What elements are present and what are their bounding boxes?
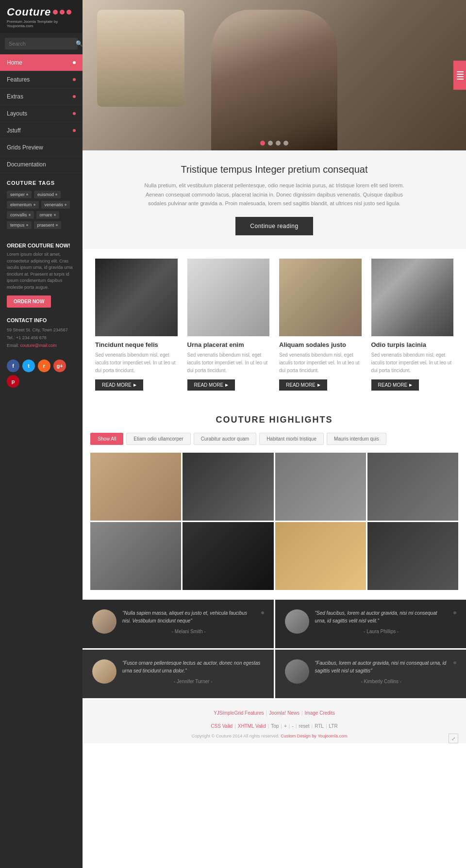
tag-dot <box>65 204 67 206</box>
highlights-tab-2[interactable]: Curabitur auctor quam <box>194 433 257 445</box>
tag-elementum[interactable]: elementum <box>7 201 39 209</box>
read-more-button-2[interactable]: READ MORE ▶ <box>279 379 327 391</box>
hero-dot-3[interactable] <box>276 141 281 146</box>
footer-ltr[interactable]: LTR <box>329 723 338 729</box>
hero-background <box>83 0 466 150</box>
nav-dot-layouts <box>73 112 76 115</box>
tag-dot <box>26 194 28 196</box>
expand-icon[interactable]: ⤢ <box>449 734 458 743</box>
footer-link-yjsimplegrid[interactable]: YJSimpleGrid Features <box>214 710 264 716</box>
testimonial-avatar-0 <box>92 609 116 634</box>
hero-slider <box>83 0 466 150</box>
tag-venenatis[interactable]: venenatis <box>41 201 70 209</box>
highlight-img-4[interactable] <box>367 453 458 521</box>
facebook-icon[interactable]: f <box>7 360 19 372</box>
footer-link-image[interactable]: Image Credits <box>305 710 335 716</box>
testimonial-name-0: - Melani Smith - <box>122 629 255 634</box>
footer-rtl[interactable]: RTL <box>315 723 324 729</box>
article-item-3: Odio turpis lacinia Sed venenatis bibend… <box>366 259 459 391</box>
tag-dot <box>54 214 56 216</box>
testimonial-name-1: - Laura Phillips - <box>315 629 448 634</box>
highlights-tab-4[interactable]: Mauris interdum quis <box>327 433 386 445</box>
footer-plus[interactable]: + <box>284 723 287 729</box>
testimonial-name-3: - Kimberly Collins - <box>315 679 448 684</box>
pinterest-icon[interactable]: p <box>7 375 19 388</box>
hero-dot-1[interactable] <box>260 141 265 146</box>
tag-tempus[interactable]: tempus <box>7 221 32 229</box>
testimonial-text-3: "Faucibus, lorem at auctor gravida, nisi… <box>315 659 448 675</box>
footer-link-joomla[interactable]: Joomla! News <box>269 710 300 716</box>
tag-euismod[interactable]: euismod <box>34 191 61 198</box>
hero-side-tab[interactable] <box>453 61 466 90</box>
nav-item-grids[interactable]: Grids Preview <box>0 139 83 156</box>
highlight-img-3[interactable] <box>275 453 366 521</box>
tag-semper[interactable]: semper <box>7 191 32 198</box>
footer-reset[interactable]: reset <box>299 723 309 729</box>
read-more-button-0[interactable]: READ MORE ▶ <box>95 379 143 391</box>
footer-xhtml-valid[interactable]: XHTML Valid <box>238 723 266 729</box>
tag-dot <box>33 204 35 206</box>
tag-ornare[interactable]: ornare <box>36 211 59 219</box>
rss-icon[interactable]: r <box>38 360 50 372</box>
footer-css-valid[interactable]: CSS Valid <box>211 723 233 729</box>
tags-section: COUTURE TAGS semper euismod elementum ve… <box>0 173 83 238</box>
testimonial-item-3: "Faucibus, lorem at auctor gravida, nisi… <box>275 650 466 698</box>
nav-item-home[interactable]: Home <box>0 54 83 71</box>
footer-custom-design[interactable]: Custom Design by Youjoomla.com <box>281 734 347 738</box>
article-title-0: Tincidunt neque felis <box>95 341 178 348</box>
feature-title: Tristique tempus Integer pretium consequ… <box>97 164 451 175</box>
article-image-2 <box>279 259 362 336</box>
twitter-icon[interactable]: t <box>22 360 35 372</box>
hero-dot-4[interactable] <box>283 141 288 146</box>
testimonials-section: "Nulla sapien massa, aliquet eu justo et… <box>83 600 466 650</box>
highlights-tab-all[interactable]: Show All <box>90 433 123 445</box>
order-text: Lorem ipsum dolor sit amet, consectetur … <box>7 251 76 291</box>
footer: YJSimpleGrid Features | Joomla! News | I… <box>83 700 466 743</box>
nav-item-jstuff[interactable]: Jstuff <box>0 122 83 139</box>
logo-dot-3 <box>67 10 71 15</box>
social-bar: f t r g+ p <box>0 355 83 393</box>
tag-convallis[interactable]: convallis <box>7 211 34 219</box>
main-content: Tristique tempus Integer pretium consequ… <box>83 0 466 868</box>
footer-minus[interactable]: - <box>292 723 293 729</box>
continue-reading-button[interactable]: Continue reading <box>235 217 313 235</box>
feature-text: Nulla pretium, elit vestibulum placerat … <box>143 181 405 208</box>
article-item-2: Aliquam sodales justo Sed venenatis bibe… <box>274 259 366 391</box>
read-more-button-1[interactable]: READ MORE ▶ <box>187 379 235 391</box>
highlights-tab-1[interactable]: Etiam odio ullamcorper <box>126 433 190 445</box>
article-text-1: Sed venenatis bibendum nisl, eget iaculi… <box>187 351 270 375</box>
testimonial-dot-0 <box>261 611 264 614</box>
nav-item-docs[interactable]: Documentation <box>0 156 83 173</box>
feature-section: Tristique tempus Integer pretium consequ… <box>83 150 466 249</box>
testimonial-content-3: "Faucibus, lorem at auctor gravida, nisi… <box>315 659 448 684</box>
highlight-img-2[interactable] <box>183 453 273 521</box>
search-input[interactable] <box>9 41 76 47</box>
highlight-img-7[interactable] <box>275 522 366 590</box>
highlights-tab-3[interactable]: Habitant morbi tristique <box>259 433 324 445</box>
tag-dot <box>55 194 57 196</box>
article-text-3: Sed venenatis bibendum nisl, eget iaculi… <box>371 351 454 375</box>
nav-item-layouts[interactable]: Layouts <box>0 105 83 122</box>
testimonial-item-2: "Fusce ornare pellentesque lectus ac auc… <box>83 650 274 698</box>
highlight-img-5[interactable] <box>90 522 181 590</box>
googleplus-icon[interactable]: g+ <box>53 360 66 372</box>
footer-top[interactable]: Top <box>271 723 279 729</box>
highlight-img-6[interactable] <box>183 522 273 590</box>
article-title-1: Urna placerat enim <box>187 341 270 348</box>
hero-dot-2[interactable] <box>268 141 273 146</box>
order-now-button[interactable]: ORDER NOW <box>7 295 51 308</box>
contact-tel: Tel.: +1 234 456 678 <box>7 334 76 342</box>
nav-item-extras[interactable]: Extras <box>0 88 83 105</box>
tag-praesent[interactable]: praesent <box>34 221 61 229</box>
contact-info: 59 Street St. City, Town 234567 Tel.: +1… <box>7 326 76 350</box>
testimonial-content-1: "Sed faucibus, lorem at auctor gravida, … <box>315 609 448 634</box>
logo-dot-1 <box>53 10 58 15</box>
read-more-button-3[interactable]: READ MORE ▶ <box>371 379 419 391</box>
highlight-img-8[interactable] <box>367 522 458 590</box>
highlight-img-1[interactable] <box>90 453 181 521</box>
nav-item-features[interactable]: Features <box>0 71 83 88</box>
tag-dot <box>26 224 28 226</box>
testimonial-text-2: "Fusce ornare pellentesque lectus ac auc… <box>122 659 264 675</box>
main-nav: Home Features Extras Layouts Jstuff Grid… <box>0 54 83 173</box>
hamburger-icon <box>457 71 464 80</box>
